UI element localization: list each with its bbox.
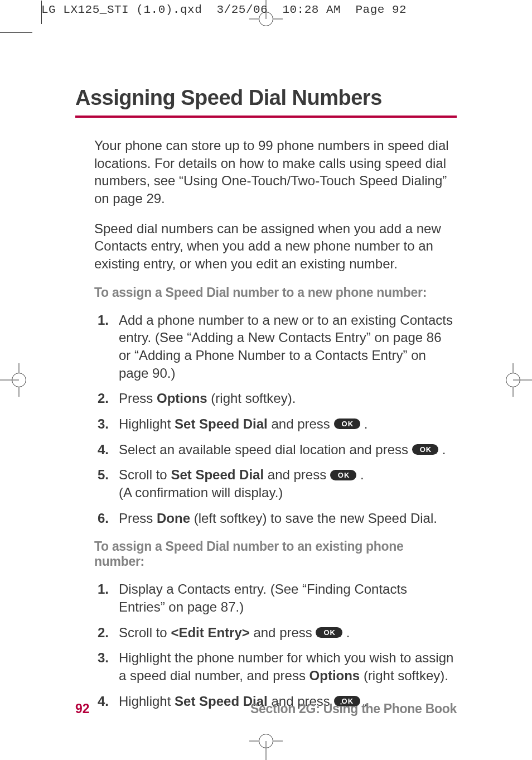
step-number: 2. (94, 624, 119, 642)
step-text: Press Options (right softkey). (119, 389, 457, 407)
step-number: 6. (94, 509, 119, 527)
step-number: 3. (94, 649, 119, 684)
registration-mark-icon (499, 363, 532, 397)
list-item: 4. Select an available speed dial locati… (94, 441, 457, 459)
step-text: Add a phone number to a new or to an exi… (119, 311, 457, 382)
step-text: Select an available speed dial location … (119, 441, 457, 459)
step-text: Highlight the phone number for which you… (119, 649, 457, 684)
step-number: 1. (94, 311, 119, 382)
step-text: Display a Contacts entry. (See “Finding … (119, 580, 457, 615)
list-item: 6. Press Done (left softkey) to save the… (94, 509, 457, 527)
intro-paragraph: Speed dial numbers can be assigned when … (94, 220, 457, 273)
list-item: 5. Scroll to Set Speed Dial and press OK… (94, 466, 457, 501)
page-content: Assigning Speed Dial Numbers Your phone … (42, 32, 490, 728)
ok-button-icon: OK (316, 627, 342, 638)
list-item: 1. Add a phone number to a new or to an … (94, 311, 457, 382)
page-number: 92 (75, 701, 90, 716)
page-footer: 92 Section 2G: Using the Phone Book (75, 701, 457, 716)
registration-mark-icon (0, 363, 33, 397)
heading-rule (75, 116, 457, 118)
step-text: Press Done (left softkey) to save the ne… (119, 509, 457, 527)
registration-mark-icon (249, 0, 283, 33)
sub-heading: To assign a Speed Dial number to a new p… (94, 285, 457, 300)
steps-list: 1. Display a Contacts entry. (See “Findi… (94, 580, 457, 710)
step-number: 4. (94, 441, 119, 459)
step-text: Highlight Set Speed Dial and press OK . (119, 415, 457, 433)
registration-mark-icon (249, 727, 283, 760)
sub-heading: To assign a Speed Dial number to an exis… (94, 539, 457, 569)
prepress-header: LG LX125_STI (1.0).qxd 3/25/06 10:28 AM … (41, 3, 407, 16)
list-item: 2. Press Options (right softkey). (94, 389, 457, 407)
crop-mark-icon (41, 1, 42, 24)
step-text: Scroll to Set Speed Dial and press OK .(… (119, 466, 457, 501)
list-item: 1. Display a Contacts entry. (See “Findi… (94, 580, 457, 615)
prepress-page: Page 92 (355, 3, 407, 16)
page-title: Assigning Speed Dial Numbers (75, 86, 457, 110)
ok-button-icon: OK (412, 444, 439, 455)
step-text: Scroll to <Edit Entry> and press OK . (119, 624, 457, 642)
prepress-file: LG LX125_STI (1.0).qxd (41, 3, 202, 16)
step-number: 3. (94, 415, 119, 433)
intro-paragraph: Your phone can store up to 99 phone numb… (94, 137, 457, 208)
step-number: 2. (94, 389, 119, 407)
prepress-time: 10:28 AM (282, 3, 341, 16)
steps-list: 1. Add a phone number to a new or to an … (94, 311, 457, 527)
ok-button-icon: OK (334, 419, 361, 429)
list-item: 3. Highlight Set Speed Dial and press OK… (94, 415, 457, 433)
list-item: 3. Highlight the phone number for which … (94, 649, 457, 684)
step-number: 1. (94, 580, 119, 615)
list-item: 2. Scroll to <Edit Entry> and press OK . (94, 624, 457, 642)
ok-button-icon: OK (330, 470, 357, 480)
step-number: 5. (94, 466, 119, 501)
section-label: Section 2G: Using the Phone Book (250, 701, 457, 716)
crop-mark-icon (0, 32, 32, 33)
